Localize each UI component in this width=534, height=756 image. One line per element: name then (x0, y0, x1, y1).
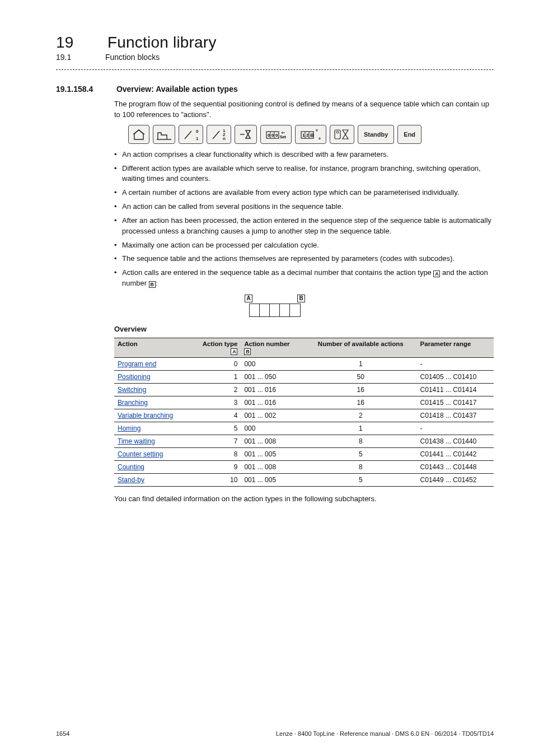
sandclock-icon (330, 125, 354, 144)
cell-range: C01441 ... C01442 (417, 447, 494, 460)
cell-number: 001 ... 016 (241, 396, 304, 409)
cell-available: 8 (305, 435, 417, 447)
cell-range: - (417, 357, 494, 370)
profile-icon (153, 125, 175, 144)
svg-text:0: 0 (275, 133, 278, 138)
cell-type: 5 (190, 422, 241, 435)
action-link[interactable]: Homing (118, 424, 140, 432)
subchapter-title: Function blocks (105, 53, 160, 62)
svg-text:⊟: ⊟ (310, 133, 314, 138)
cell-available: 1 (305, 422, 417, 435)
list-item: After an action has been processed, the … (114, 216, 494, 237)
cell-available: 5 (305, 447, 417, 460)
table-row: Variable branching4001 ... 0022C01418 ..… (114, 409, 494, 422)
table-row: Branching3001 ... 01616C01415 ... C01417 (114, 396, 494, 409)
ramp12n-icon: 12n (207, 125, 231, 144)
page-number: 1654 (56, 730, 69, 737)
action-link[interactable]: Counting (118, 463, 144, 471)
section-number: 19.1.158.4 (56, 85, 114, 94)
cell-type: 4 (190, 409, 241, 422)
ab-number-diagram: A B (56, 295, 494, 317)
cell-type: 8 (190, 447, 241, 460)
home-icon (128, 125, 149, 144)
cell-number: 001 ... 005 (241, 447, 304, 460)
section-intro: The program flow of the sequential posit… (114, 99, 494, 120)
col-action: Action (114, 338, 190, 357)
cell-number: 001 ... 008 (241, 460, 304, 473)
cell-type: 10 (190, 473, 241, 486)
cell-number: 001 ... 005 (241, 473, 304, 486)
counter-set-icon: 000Set (260, 125, 292, 144)
chapter-number: 19 (56, 34, 103, 52)
table-row: Stand-by10001 ... 0055C01449 ... C01452 (114, 473, 494, 486)
cell-number: 001 ... 002 (241, 409, 304, 422)
standby-box: Standby (358, 125, 394, 144)
cell-range: C01443 ... C01448 (417, 460, 494, 473)
svg-text:0: 0 (271, 133, 274, 138)
cell-range: C01449 ... C01452 (417, 473, 494, 486)
cell-type: 0 (190, 357, 241, 370)
subchapter-number: 19.1 (56, 53, 103, 62)
subchapter-heading: 19.1 Function blocks (56, 53, 494, 62)
action-link[interactable]: Program end (118, 360, 156, 368)
col-available: Number of available actions (305, 338, 417, 357)
action-link[interactable]: Time waiting (118, 437, 155, 445)
cell-number: 000 (241, 357, 304, 370)
action-link[interactable]: Positioning (118, 373, 151, 381)
cell-range: C01405 ... C01410 (417, 370, 494, 383)
action-link[interactable]: Switching (118, 386, 146, 394)
table-row: Time waiting7001 ... 0088C01438 ... C014… (114, 435, 494, 447)
cell-available: 16 (305, 383, 417, 396)
svg-text:0: 0 (268, 133, 270, 138)
list-item: An action can be called from several pos… (114, 202, 494, 212)
cell-range: C01411 ... C01414 (417, 383, 494, 396)
cell-type: 1 (190, 370, 241, 383)
cell-range: C01415 ... C01417 (417, 396, 494, 409)
svg-point-21 (336, 131, 339, 133)
list-item: Different action types are available whi… (114, 164, 494, 185)
cell-available: 8 (305, 460, 417, 473)
section-heading: 19.1.158.4 Overview: Available action ty… (56, 85, 494, 94)
table-row: Counter setting8001 ... 0055C01441 ... C… (114, 447, 494, 460)
after-table-note: You can find detailed information on the… (114, 494, 494, 503)
ramp01-icon: 01 (179, 125, 203, 144)
list-item: The sequence table and the actions thems… (114, 254, 494, 264)
action-link[interactable]: Variable branching (118, 412, 173, 419)
cell-type: 3 (190, 396, 241, 409)
page-footer: 1654 Lenze · 8400 TopLine · Reference ma… (56, 730, 494, 737)
action-table: Action Action type A Action number B Num… (114, 338, 494, 487)
cell-type: 9 (190, 460, 241, 473)
cell-type: 7 (190, 435, 241, 447)
svg-text:2: 2 (306, 133, 309, 138)
cell-range: C01438 ... C01440 (417, 435, 494, 447)
standby-label: Standby (364, 131, 388, 138)
action-link[interactable]: Stand-by (118, 476, 144, 484)
end-box: End (397, 125, 421, 144)
chapter-heading: 19 Function library (56, 34, 494, 52)
overview-heading: Overview (114, 325, 494, 333)
inline-box-a: A (433, 270, 440, 277)
end-label: End (404, 131, 415, 138)
cell-range: - (417, 422, 494, 435)
svg-text:Set: Set (280, 135, 287, 139)
table-row: Counting9001 ... 0088C01443 ... C01448 (114, 460, 494, 473)
inline-box-b: B (149, 281, 156, 288)
cell-number: 000 (241, 422, 304, 435)
cell-available: 2 (305, 409, 417, 422)
col-type: Action type A (190, 338, 241, 357)
col-number: Action number B (241, 338, 304, 357)
cell-type: 2 (190, 383, 241, 396)
hourglass-icon (235, 125, 257, 144)
cell-available: 5 (305, 473, 417, 486)
bullet-list: An action comprises a clear functionalit… (114, 150, 494, 289)
cell-number: 001 ... 016 (241, 383, 304, 396)
svg-text:1: 1 (196, 136, 199, 141)
svg-text:0: 0 (196, 129, 199, 134)
list-item: Maximally one action can be processed pe… (114, 240, 494, 251)
cell-range: C01418 ... C01437 (417, 409, 494, 422)
action-link[interactable]: Branching (118, 399, 148, 407)
divider (56, 69, 494, 70)
section-title: Overview: Available action types (116, 85, 238, 94)
table-row: Homing50001- (114, 422, 494, 435)
action-link[interactable]: Counter setting (118, 450, 163, 458)
